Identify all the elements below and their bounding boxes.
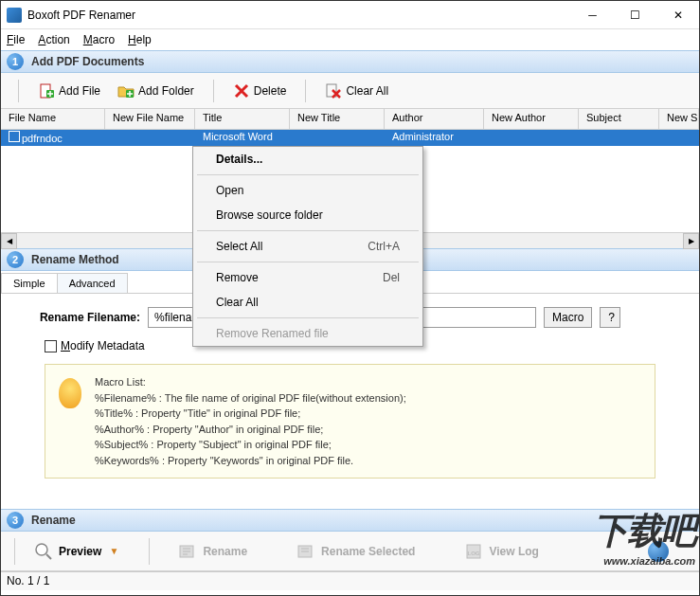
delete-label: Delete bbox=[254, 84, 287, 98]
add-folder-button[interactable]: Add Folder bbox=[110, 79, 202, 103]
section-header-add-pdf: 1 Add PDF Documents bbox=[1, 50, 699, 73]
maximize-button[interactable]: ☐ bbox=[614, 2, 656, 28]
cm-details[interactable]: Details... bbox=[193, 147, 422, 172]
rename-button[interactable]: Rename bbox=[169, 536, 257, 567]
td-author: Administrator bbox=[385, 130, 484, 146]
section-label-3: Rename bbox=[31, 514, 76, 527]
td-title: Microsoft Word bbox=[195, 130, 290, 146]
macro-keywords: %Keywords% : Property "Keywords" in orig… bbox=[95, 453, 406, 469]
toolbar-add: Add File Add Folder Delete Clear All bbox=[1, 73, 699, 109]
th-new-author[interactable]: New Author bbox=[484, 109, 579, 129]
cm-open[interactable]: Open bbox=[193, 178, 422, 203]
macro-info-box: Macro List: %Filename% : The file name o… bbox=[45, 364, 655, 479]
titlebar: Boxoft PDF Renamer ─ ☐ ✕ bbox=[1, 1, 699, 29]
rename-selected-icon bbox=[296, 542, 315, 561]
macro-list-header: Macro List: bbox=[95, 374, 406, 390]
table-row[interactable]: pdfrndoc Microsoft Word Administrator bbox=[1, 130, 699, 146]
clear-all-label: Clear All bbox=[346, 84, 388, 98]
table-header: File Name New File Name Title New Title … bbox=[1, 109, 699, 130]
scroll-right-icon[interactable]: ▶ bbox=[683, 233, 699, 249]
bottom-toolbar: Preview ▼ Rename Rename Selected LOG Vie… bbox=[1, 532, 699, 571]
bulb-icon bbox=[59, 378, 81, 408]
th-author[interactable]: Author bbox=[385, 109, 484, 129]
preview-label: Preview bbox=[59, 545, 101, 558]
statusbar: No. 1 / 1 bbox=[1, 571, 699, 590]
scroll-left-icon[interactable]: ◀ bbox=[1, 233, 17, 249]
th-file-name[interactable]: File Name bbox=[1, 109, 105, 129]
td-new-author bbox=[484, 130, 579, 146]
cm-clear-all[interactable]: Clear All bbox=[193, 290, 422, 315]
window-title: Boxoft PDF Renamer bbox=[27, 9, 571, 22]
clear-all-icon bbox=[325, 82, 342, 99]
log-icon: LOG bbox=[464, 542, 483, 561]
tab-advanced[interactable]: Advanced bbox=[57, 273, 128, 293]
add-file-label: Add File bbox=[59, 84, 100, 98]
th-new-subject[interactable]: New S bbox=[659, 109, 699, 129]
macro-author: %Author% : Property "Author" in original… bbox=[95, 422, 406, 438]
context-menu: Details... Open Browse source folder Sel… bbox=[192, 146, 423, 347]
view-log-button[interactable]: LOG View Log bbox=[455, 536, 547, 567]
add-file-button[interactable]: Add File bbox=[30, 79, 108, 103]
rename-selected-label: Rename Selected bbox=[321, 545, 415, 558]
cm-select-all[interactable]: Select AllCtrl+A bbox=[193, 234, 422, 259]
view-log-label: View Log bbox=[489, 545, 538, 558]
minimize-button[interactable]: ─ bbox=[571, 2, 614, 28]
menu-file[interactable]: File bbox=[7, 33, 25, 46]
cm-remove-renamed: Remove Renamed file bbox=[193, 321, 422, 346]
td-subject bbox=[579, 130, 659, 146]
add-folder-label: Add Folder bbox=[138, 84, 194, 98]
modify-metadata-label: Modify Metadata bbox=[61, 339, 145, 352]
svg-point-4 bbox=[36, 544, 47, 555]
menubar: File Action Macro Help bbox=[1, 29, 699, 50]
delete-icon bbox=[233, 82, 250, 99]
td-file-name: pdfrndoc bbox=[1, 130, 105, 146]
section-number-2: 2 bbox=[7, 251, 24, 268]
cm-browse-source[interactable]: Browse source folder bbox=[193, 203, 422, 227]
add-file-icon bbox=[38, 82, 55, 99]
preview-button[interactable]: Preview ▼ bbox=[25, 536, 130, 567]
magnifier-icon bbox=[34, 542, 53, 561]
menu-action[interactable]: Action bbox=[38, 33, 69, 46]
macro-title: %Title% : Property "Title" in original P… bbox=[95, 406, 406, 422]
section-label-1: Add PDF Documents bbox=[31, 55, 144, 68]
rename-filename-label: Rename Filename: bbox=[12, 311, 140, 324]
macro-filename: %Filename% : The file name of original P… bbox=[95, 390, 406, 406]
status-text: No. 1 / 1 bbox=[7, 574, 49, 587]
rename-label: Rename bbox=[203, 545, 247, 558]
cm-remove[interactable]: RemoveDel bbox=[193, 265, 422, 290]
clear-all-button[interactable]: Clear All bbox=[317, 79, 396, 103]
dropdown-arrow-icon[interactable]: ▼ bbox=[107, 546, 120, 556]
section-number-3: 3 bbox=[7, 512, 24, 529]
app-icon bbox=[7, 8, 22, 23]
macro-subject: %Subject% : Property "Subject" in origin… bbox=[95, 437, 406, 453]
close-button[interactable]: ✕ bbox=[656, 2, 699, 28]
add-folder-icon bbox=[117, 82, 135, 99]
th-new-title[interactable]: New Title bbox=[290, 109, 385, 129]
th-subject[interactable]: Subject bbox=[579, 109, 659, 129]
section-header-rename: 3 Rename bbox=[1, 509, 699, 532]
svg-text:LOG: LOG bbox=[468, 551, 480, 556]
delete-button[interactable]: Delete bbox=[225, 79, 295, 103]
rename-selected-button[interactable]: Rename Selected bbox=[287, 536, 424, 567]
section-label-2: Rename Method bbox=[31, 253, 119, 266]
th-new-file-name[interactable]: New File Name bbox=[105, 109, 195, 129]
tab-simple[interactable]: Simple bbox=[1, 273, 58, 293]
td-new-file-name bbox=[105, 130, 195, 146]
menu-macro[interactable]: Macro bbox=[83, 33, 115, 46]
menu-help[interactable]: Help bbox=[128, 33, 152, 46]
rename-icon bbox=[178, 542, 197, 561]
section-number-1: 1 bbox=[7, 53, 24, 70]
th-title[interactable]: Title bbox=[195, 109, 290, 129]
td-new-title bbox=[290, 130, 385, 146]
help-button[interactable]: ? bbox=[600, 307, 620, 328]
macro-button[interactable]: Macro bbox=[544, 307, 592, 328]
round-button[interactable] bbox=[648, 541, 669, 562]
modify-metadata-checkbox[interactable] bbox=[45, 340, 57, 352]
